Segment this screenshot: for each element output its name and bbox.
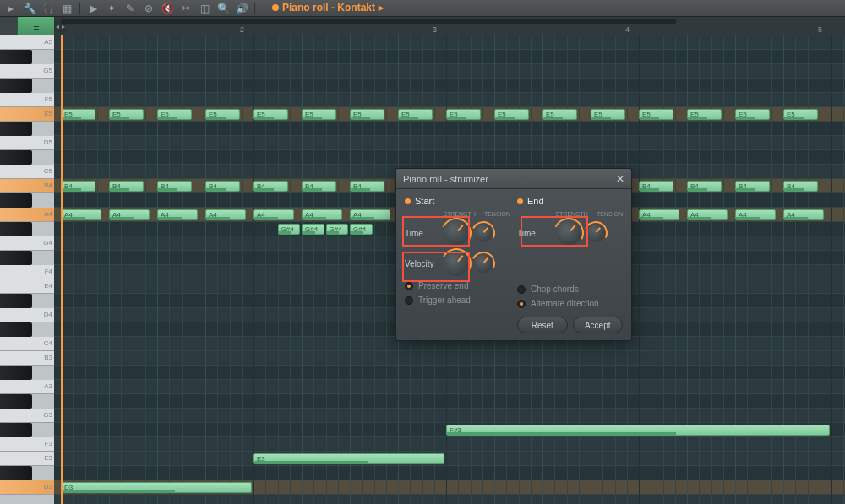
midi-note[interactable]: A4 <box>735 209 776 220</box>
midi-note[interactable]: A4 <box>109 209 150 220</box>
white-key[interactable]: E5 <box>0 107 54 122</box>
white-key[interactable]: F3 <box>0 437 54 452</box>
start-velocity-tension-knob[interactable] <box>474 254 493 273</box>
scroll-overview[interactable] <box>61 19 676 24</box>
white-key[interactable]: F5 <box>0 93 54 107</box>
black-key[interactable] <box>0 366 32 380</box>
midi-note[interactable]: B4 <box>205 181 240 192</box>
piano-keyboard[interactable]: A5G5F5E5D5C5B4A4G4F4E4D4C4B3A3G3F3E3D3 <box>0 35 54 504</box>
pattern-button[interactable] <box>17 17 54 35</box>
black-key[interactable] <box>0 150 32 165</box>
midi-note[interactable]: E5 <box>205 109 240 120</box>
midi-note[interactable]: G#4 <box>278 224 301 235</box>
snap-icon[interactable]: ▦ <box>61 3 73 14</box>
midi-note[interactable]: A4 <box>350 209 390 220</box>
midi-note[interactable]: A4 <box>157 209 198 220</box>
midi-note[interactable]: B4 <box>61 181 95 192</box>
white-key[interactable]: A3 <box>0 380 54 394</box>
midi-note[interactable]: E5 <box>350 109 384 120</box>
start-time-tension-knob[interactable] <box>474 224 493 242</box>
dialog-titlebar[interactable]: Piano roll - strumizer ✕ <box>396 169 631 189</box>
black-key[interactable] <box>0 79 32 93</box>
white-key[interactable]: G4 <box>0 236 54 251</box>
white-key[interactable]: C4 <box>0 337 54 351</box>
white-key[interactable]: D5 <box>0 136 54 150</box>
midi-note[interactable]: B4 <box>735 181 770 192</box>
white-key[interactable]: C5 <box>0 165 54 179</box>
speaker-icon[interactable]: 🔊 <box>236 3 248 14</box>
brush-icon[interactable]: ✎ <box>124 3 136 14</box>
midi-note[interactable]: A4 <box>254 209 294 220</box>
white-key[interactable]: D4 <box>0 308 54 322</box>
headphones-icon[interactable]: 🎧 <box>42 3 54 14</box>
black-key[interactable] <box>0 222 32 236</box>
midi-note[interactable]: E5 <box>687 109 722 120</box>
midi-note[interactable]: A4 <box>302 209 342 220</box>
midi-note[interactable]: A4 <box>639 209 679 220</box>
play-icon[interactable]: ▶ <box>87 3 99 14</box>
timeline[interactable]: ◂ ▸ 2 3 4 5 <box>54 17 845 35</box>
white-key[interactable]: A5 <box>0 35 54 50</box>
midi-note[interactable]: E5 <box>109 109 144 120</box>
black-key[interactable] <box>0 294 32 308</box>
black-key[interactable] <box>0 394 32 409</box>
menu-icon[interactable]: ▸ <box>5 3 17 14</box>
wrench-icon[interactable]: 🔧 <box>24 3 35 14</box>
trigger-ahead-option[interactable]: Trigger ahead <box>405 295 510 305</box>
midi-note[interactable]: E3 <box>254 453 444 464</box>
midi-note[interactable]: B4 <box>109 181 144 192</box>
midi-note[interactable]: E5 <box>302 109 336 120</box>
midi-note[interactable]: E5 <box>61 109 95 120</box>
end-time-knob[interactable] <box>556 220 581 246</box>
white-key[interactable]: G5 <box>0 64 54 79</box>
black-key[interactable] <box>0 122 32 136</box>
close-icon[interactable]: ✕ <box>616 173 624 185</box>
white-key[interactable]: D3 <box>0 480 54 495</box>
white-key[interactable]: E3 <box>0 452 54 466</box>
midi-note[interactable]: A4 <box>783 209 824 220</box>
midi-note[interactable]: A4 <box>687 209 728 220</box>
start-time-knob[interactable] <box>444 220 469 246</box>
black-key[interactable] <box>0 251 32 265</box>
white-key[interactable]: B3 <box>0 351 54 366</box>
white-key[interactable]: E4 <box>0 279 54 294</box>
channel-title[interactable]: Piano roll - Kontakt ▸ <box>267 0 389 17</box>
midi-note[interactable]: G#4 <box>326 224 349 235</box>
cut-icon[interactable]: ✂ <box>180 3 192 14</box>
midi-note[interactable]: A4 <box>61 209 101 220</box>
erase-icon[interactable]: ⊘ <box>143 3 155 14</box>
black-key[interactable] <box>0 193 32 208</box>
zoom-icon[interactable]: 🔍 <box>217 3 229 14</box>
white-key[interactable]: B4 <box>0 179 54 193</box>
midi-note[interactable]: E5 <box>494 109 529 120</box>
midi-note[interactable]: E5 <box>735 109 770 120</box>
white-key[interactable]: A4 <box>0 208 54 222</box>
midi-note[interactable]: G#4 <box>302 224 324 235</box>
midi-note[interactable]: B4 <box>639 181 673 192</box>
spray-icon[interactable]: ✦ <box>106 3 117 14</box>
start-velocity-knob[interactable] <box>444 251 469 276</box>
preserve-end-option[interactable]: Preserve end <box>405 281 510 290</box>
midi-note[interactable]: B4 <box>254 181 288 192</box>
nav-left-icon[interactable]: ◂ <box>54 20 60 32</box>
midi-note[interactable]: B4 <box>157 181 192 192</box>
midi-note[interactable]: E5 <box>783 109 818 120</box>
black-key[interactable] <box>0 50 32 64</box>
mute-icon[interactable]: 🔇 <box>161 3 173 14</box>
white-key[interactable]: G3 <box>0 409 54 423</box>
black-key[interactable] <box>0 423 32 437</box>
accept-button[interactable]: Accept <box>573 317 624 333</box>
white-key[interactable]: F4 <box>0 265 54 279</box>
midi-note[interactable]: B4 <box>302 181 336 192</box>
select-icon[interactable]: ◫ <box>199 3 210 14</box>
reset-button[interactable]: Reset <box>517 317 568 333</box>
playhead-cursor[interactable] <box>61 35 63 504</box>
midi-note[interactable]: B4 <box>350 181 384 192</box>
chop-chords-option[interactable]: Chop chords <box>517 285 623 294</box>
alternate-direction-option[interactable]: Alternate direction <box>517 299 623 308</box>
end-time-tension-knob[interactable] <box>586 224 605 242</box>
midi-note[interactable]: E5 <box>639 109 673 120</box>
midi-note[interactable]: E5 <box>446 109 481 120</box>
black-key[interactable] <box>0 466 32 480</box>
midi-note[interactable]: B4 <box>783 181 818 192</box>
